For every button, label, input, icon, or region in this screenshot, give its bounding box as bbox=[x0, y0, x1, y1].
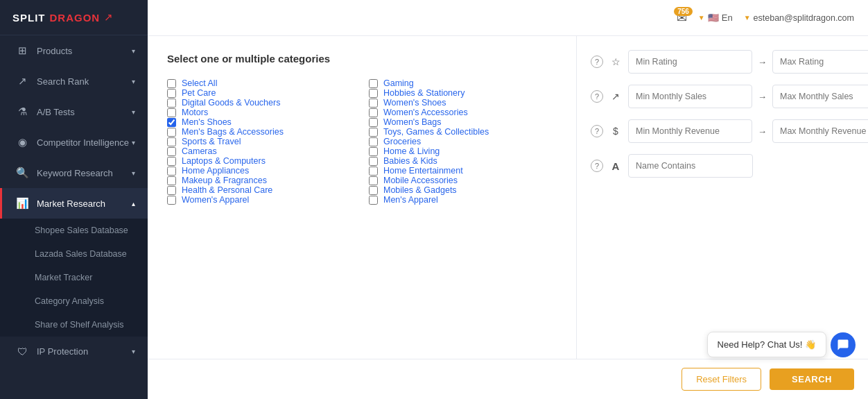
home-entertainment-checkbox[interactable] bbox=[369, 167, 378, 176]
sidebar-item-market-tracker[interactable]: Market Tracker bbox=[0, 266, 148, 289]
user-email[interactable]: ▼ esteban@splitdragon.com bbox=[744, 13, 854, 23]
home-appliances-checkbox[interactable] bbox=[167, 167, 176, 176]
category-item[interactable]: Mobile Accessories bbox=[369, 176, 557, 185]
category-item[interactable]: Digital Goods & Vouchers bbox=[167, 98, 355, 108]
chat-button[interactable] bbox=[831, 332, 856, 357]
womens-bags-label[interactable]: Women's Bags bbox=[383, 117, 441, 127]
category-item[interactable]: Babies & Kids bbox=[369, 156, 557, 166]
category-item[interactable]: Health & Personal Care bbox=[167, 185, 355, 195]
sidebar-item-ip-protection[interactable]: 🛡 IP Protection ▾ bbox=[0, 337, 148, 366]
rating-help-icon[interactable]: ? bbox=[591, 56, 603, 68]
category-item[interactable]: Cameras bbox=[167, 146, 355, 156]
category-item[interactable]: Makeup & Fragrances bbox=[167, 176, 355, 185]
category-item[interactable]: Hobbies & Stationery bbox=[369, 88, 557, 98]
laptops-computers-checkbox[interactable] bbox=[167, 157, 176, 166]
womens-shoes-label[interactable]: Women's Shoes bbox=[383, 98, 446, 108]
sidebar-item-lazada-sales-database[interactable]: Lazada Sales Database bbox=[0, 242, 148, 266]
womens-shoes-checkbox[interactable] bbox=[369, 99, 378, 108]
toys-games-checkbox[interactable] bbox=[369, 128, 378, 137]
mobiles-gadgets-label[interactable]: Mobiles & Gadgets bbox=[383, 185, 457, 195]
name-help-icon[interactable]: ? bbox=[591, 160, 603, 172]
health-personal-care-label[interactable]: Health & Personal Care bbox=[182, 185, 272, 195]
womens-apparel-label[interactable]: Women's Apparel bbox=[182, 195, 249, 205]
sidebar-item-keyword-research[interactable]: 🔍 Keyword Research ▾ bbox=[0, 158, 148, 188]
name-contains-input[interactable] bbox=[628, 154, 753, 178]
category-item[interactable]: Home & Living bbox=[369, 146, 557, 156]
cameras-label[interactable]: Cameras bbox=[182, 146, 217, 156]
category-item[interactable]: Toys, Games & Collectibles bbox=[369, 127, 557, 137]
category-item[interactable]: Gaming bbox=[369, 78, 557, 88]
home-entertainment-label[interactable]: Home Entertainment bbox=[383, 166, 463, 176]
gaming-checkbox[interactable] bbox=[369, 79, 378, 88]
sidebar-item-shopee-sales-database[interactable]: Shopee Sales Database bbox=[0, 219, 148, 242]
category-item[interactable]: Home Appliances bbox=[167, 166, 355, 176]
digital-goods-checkbox[interactable] bbox=[167, 99, 176, 108]
home-living-label[interactable]: Home & Living bbox=[383, 146, 440, 156]
select-all-label[interactable]: Select All bbox=[182, 78, 217, 88]
makeup-fragrances-label[interactable]: Makeup & Fragrances bbox=[182, 176, 267, 185]
home-appliances-label[interactable]: Home Appliances bbox=[182, 166, 249, 176]
pet-care-checkbox[interactable] bbox=[167, 89, 176, 98]
hobbies-stationery-checkbox[interactable] bbox=[369, 89, 378, 98]
max-monthly-revenue-input[interactable] bbox=[772, 119, 868, 143]
category-item[interactable]: Women's Bags bbox=[369, 117, 557, 127]
sidebar-item-products[interactable]: ⊞ Products ▾ bbox=[0, 35, 148, 66]
max-monthly-sales-input[interactable] bbox=[772, 85, 868, 108]
sidebar-item-ab-tests[interactable]: ⚗ A/B Tests ▾ bbox=[0, 96, 148, 127]
toys-games-label[interactable]: Toys, Games & Collectibles bbox=[383, 127, 489, 137]
mens-shoes-label[interactable]: Men's Shoes bbox=[182, 117, 232, 127]
monthly-revenue-help-icon[interactable]: ? bbox=[591, 125, 603, 137]
mobile-accessories-label[interactable]: Mobile Accessories bbox=[383, 176, 458, 185]
category-item[interactable]: Groceries bbox=[369, 137, 557, 146]
sidebar-item-competitor-intelligence[interactable]: ◉ Competitor Intelligence ▾ bbox=[0, 127, 148, 158]
mobiles-gadgets-checkbox[interactable] bbox=[369, 186, 378, 195]
category-item[interactable]: Home Entertainment bbox=[369, 166, 557, 176]
hobbies-stationery-label[interactable]: Hobbies & Stationery bbox=[383, 88, 465, 98]
mens-apparel-checkbox[interactable] bbox=[369, 196, 378, 205]
womens-accessories-label[interactable]: Women's Accessories bbox=[383, 108, 468, 117]
search-button[interactable]: SEARCH bbox=[770, 368, 854, 390]
cameras-checkbox[interactable] bbox=[167, 147, 176, 156]
babies-kids-label[interactable]: Babies & Kids bbox=[383, 156, 437, 166]
category-item[interactable]: Men's Bags & Accessories bbox=[167, 127, 355, 137]
groceries-label[interactable]: Groceries bbox=[383, 137, 421, 146]
womens-accessories-checkbox[interactable] bbox=[369, 108, 378, 117]
category-item[interactable]: Men's Shoes bbox=[167, 117, 355, 127]
reset-filters-button[interactable]: Reset Filters bbox=[682, 368, 761, 391]
category-item[interactable]: Women's Apparel bbox=[167, 195, 355, 205]
mens-bags-checkbox[interactable] bbox=[167, 128, 176, 137]
motors-checkbox[interactable] bbox=[167, 108, 176, 117]
babies-kids-checkbox[interactable] bbox=[369, 157, 378, 166]
makeup-fragrances-checkbox[interactable] bbox=[167, 176, 176, 185]
category-item[interactable]: Sports & Travel bbox=[167, 137, 355, 146]
digital-goods-label[interactable]: Digital Goods & Vouchers bbox=[182, 98, 280, 108]
health-personal-care-checkbox[interactable] bbox=[167, 186, 176, 195]
monthly-sales-help-icon[interactable]: ? bbox=[591, 90, 603, 103]
min-monthly-revenue-input[interactable] bbox=[628, 119, 752, 143]
category-item[interactable]: Select All bbox=[167, 78, 355, 88]
pet-care-label[interactable]: Pet Care bbox=[182, 88, 216, 98]
category-item[interactable]: Men's Apparel bbox=[369, 195, 557, 205]
notification-bell[interactable]: ✉ 756 bbox=[677, 10, 687, 26]
category-item[interactable]: Pet Care bbox=[167, 88, 355, 98]
sidebar-item-market-research[interactable]: 📊 Market Research ▴ bbox=[0, 188, 148, 219]
motors-label[interactable]: Motors bbox=[182, 108, 208, 117]
language-selector[interactable]: ▼ 🇺🇸 En bbox=[698, 12, 733, 23]
laptops-computers-label[interactable]: Laptops & Computers bbox=[182, 156, 266, 166]
home-living-checkbox[interactable] bbox=[369, 147, 378, 156]
category-item[interactable]: Motors bbox=[167, 108, 355, 117]
womens-apparel-checkbox[interactable] bbox=[167, 196, 176, 205]
sidebar-item-search-rank[interactable]: ↗ Search Rank ▾ bbox=[0, 66, 148, 96]
mobile-accessories-checkbox[interactable] bbox=[369, 176, 378, 185]
groceries-checkbox[interactable] bbox=[369, 137, 378, 146]
mens-bags-label[interactable]: Men's Bags & Accessories bbox=[182, 127, 284, 137]
max-rating-input[interactable] bbox=[772, 50, 868, 74]
min-rating-input[interactable] bbox=[628, 50, 752, 74]
select-all-checkbox[interactable] bbox=[167, 79, 176, 88]
sports-travel-checkbox[interactable] bbox=[167, 137, 176, 146]
sports-travel-label[interactable]: Sports & Travel bbox=[182, 137, 241, 146]
sidebar-item-category-analysis[interactable]: Category Analysis bbox=[0, 289, 148, 313]
gaming-label[interactable]: Gaming bbox=[383, 78, 414, 88]
sidebar-item-share-of-shelf[interactable]: Share of Shelf Analysis bbox=[0, 313, 148, 337]
category-item[interactable]: Mobiles & Gadgets bbox=[369, 185, 557, 195]
